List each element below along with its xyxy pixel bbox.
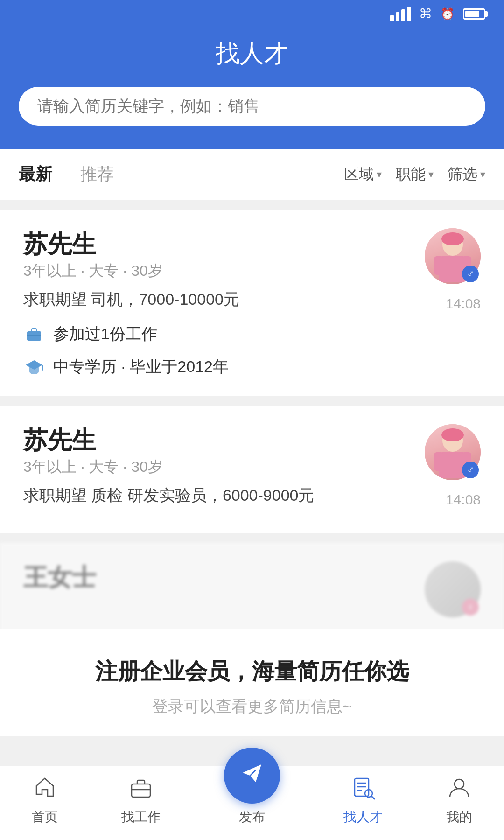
tab-latest[interactable]: 最新 xyxy=(19,163,52,186)
gender-badge-male: ♂ xyxy=(462,266,479,282)
chevron-down-icon: ▾ xyxy=(480,168,485,181)
bottom-navigation: 首页 找工作 发布 xyxy=(0,766,504,840)
register-title: 注册企业会员，海量简历任你选 xyxy=(23,657,481,686)
nav-find-talent-label: 找人才 xyxy=(343,808,383,826)
nav-find-job[interactable]: 找工作 xyxy=(121,776,161,826)
publish-button[interactable] xyxy=(224,748,280,804)
battery-icon xyxy=(463,8,485,20)
chevron-down-icon: ▾ xyxy=(428,168,434,181)
briefcase-icon xyxy=(23,323,45,345)
search-bar[interactable] xyxy=(19,87,485,126)
candidate-expect: 求职期望 质检 研发实验员，6000-9000元 xyxy=(23,485,315,506)
education-detail: 中专学历 · 毕业于2012年 xyxy=(23,356,481,378)
nav-home-label: 首页 xyxy=(32,808,58,826)
header: 找人才 xyxy=(0,28,504,149)
person-icon xyxy=(447,776,471,804)
svg-rect-2 xyxy=(434,256,443,275)
nav-mine-label: 我的 xyxy=(446,808,472,826)
candidate-card[interactable]: 苏先生 3年以上 · 大专 · 30岁 求职期望 质检 研发实验员，6000-9… xyxy=(0,406,504,533)
svg-line-21 xyxy=(371,796,374,799)
nav-find-talent[interactable]: 找人才 xyxy=(343,776,383,826)
home-icon xyxy=(33,776,57,804)
candidate-card[interactable]: 苏先生 3年以上 · 大专 · 30岁 求职期望 司机，7000-10000元 xyxy=(0,210,504,396)
card-time: 14:08 xyxy=(446,296,481,312)
svg-rect-6 xyxy=(27,335,41,336)
briefcase-nav-icon xyxy=(129,776,153,804)
avatar: ♂ xyxy=(425,424,481,480)
candidate-info: 3年以上 · 大专 · 30岁 xyxy=(23,261,239,281)
signal-icon xyxy=(390,7,411,21)
candidate-name: 苏先生 xyxy=(23,228,239,261)
filter-area[interactable]: 区域 ▾ xyxy=(344,164,382,185)
candidate-expect: 求职期望 司机，7000-10000元 xyxy=(23,289,239,310)
filter-screen[interactable]: 筛选 ▾ xyxy=(448,164,485,185)
svg-point-4 xyxy=(441,232,464,245)
avatar: ♂ xyxy=(425,228,481,284)
search-doc-icon xyxy=(351,776,375,804)
clock-icon: ⏰ xyxy=(441,7,455,21)
work-detail: 参加过1份工作 xyxy=(23,323,481,345)
svg-point-22 xyxy=(455,779,464,789)
register-overlay: 注册企业会员，海量简历任你选 登录可以查看更多简历信息~ xyxy=(0,629,504,736)
candidates-list: 苏先生 3年以上 · 大专 · 30岁 求职期望 司机，7000-10000元 xyxy=(0,200,504,745)
chevron-down-icon: ▾ xyxy=(377,168,382,181)
tab-recommend[interactable]: 推荐 xyxy=(80,163,114,186)
status-bar: ⌘ ⏰ xyxy=(0,0,504,28)
education-info: 中专学历 · 毕业于2012年 xyxy=(53,356,229,378)
candidate-name: 王女士 xyxy=(23,561,96,594)
nav-mine[interactable]: 我的 xyxy=(446,776,472,826)
graduation-icon xyxy=(23,356,45,378)
tabs-row: 最新 推荐 区域 ▾ 职能 ▾ 筛选 ▾ xyxy=(0,149,504,200)
nav-find-job-label: 找工作 xyxy=(121,808,161,826)
nav-publish-label: 发布 xyxy=(239,808,265,826)
register-subtitle: 登录可以查看更多简历信息~ xyxy=(23,696,481,717)
avatar: ♀ xyxy=(425,561,481,617)
wifi-icon: ⌘ xyxy=(419,7,432,21)
search-input[interactable] xyxy=(37,97,467,115)
gender-badge-female: ♀ xyxy=(462,599,479,616)
gender-badge-male: ♂ xyxy=(462,462,479,478)
candidate-info: 3年以上 · 大专 · 30岁 xyxy=(23,457,315,477)
filter-function[interactable]: 职能 ▾ xyxy=(396,164,434,185)
svg-point-13 xyxy=(441,428,464,441)
svg-rect-11 xyxy=(434,452,443,471)
candidate-name: 苏先生 xyxy=(23,424,315,457)
work-history: 参加过1份工作 xyxy=(53,323,157,345)
send-icon xyxy=(239,760,265,791)
svg-rect-14 xyxy=(132,784,150,797)
svg-rect-8 xyxy=(42,365,43,371)
nav-publish[interactable]: 发布 xyxy=(224,748,280,826)
nav-home[interactable]: 首页 xyxy=(32,776,58,826)
page-title: 找人才 xyxy=(19,37,485,70)
candidate-card-blurred: 王女士 ♀ xyxy=(0,543,504,633)
card-time: 14:08 xyxy=(446,492,481,508)
